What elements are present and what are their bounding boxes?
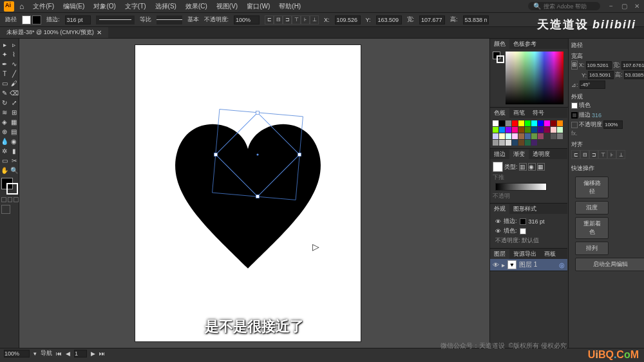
ap-fill-row[interactable]: 👁 填色: [493, 226, 565, 236]
minimize-icon[interactable]: − [608, 3, 614, 10]
align-top-icon[interactable]: ⊤ [292, 15, 301, 24]
canvas[interactable]: ▷ 是不是很接近了 [19, 39, 489, 348]
stroke-weight-link[interactable]: 316 [592, 112, 601, 119]
slice-tool[interactable]: ✂ [10, 156, 19, 166]
al2[interactable]: ⊟ [580, 150, 589, 159]
layer-row[interactable]: 👁 ▸ 图层 1 ◎ [490, 259, 567, 271]
rectangle-tool[interactable]: ▭ [0, 79, 10, 88]
document-tab[interactable]: 未标题-38* @ 100% (CMYK/预览) ✕ [0, 27, 108, 38]
selected-diamond[interactable] [216, 113, 299, 196]
home-icon[interactable]: ⌂ [19, 2, 24, 11]
eraser-tool[interactable]: ⌫ [10, 88, 19, 98]
shape-builder-tool[interactable]: ◈ [0, 117, 10, 127]
x-input[interactable] [335, 15, 361, 24]
qa-recolor[interactable]: 重新着色 [575, 217, 609, 239]
artboard-nav-last[interactable]: ⏭ [99, 350, 105, 357]
fill-stroke-control[interactable] [1, 178, 18, 195]
artboard-nav-first[interactable]: ⏮ [56, 350, 62, 357]
layer-name[interactable]: 图层 1 [519, 260, 537, 269]
eye-icon[interactable]: 👁 [495, 218, 501, 225]
layer-target-icon[interactable]: ◎ [559, 262, 565, 269]
ap-stroke-sw[interactable] [520, 218, 526, 225]
w-input[interactable] [419, 15, 445, 24]
tab-color[interactable]: 颜色 [490, 39, 509, 49]
stroke-weight-input[interactable] [65, 15, 91, 24]
perspective-tool[interactable]: ▦ [10, 117, 19, 127]
color-spectrum[interactable] [506, 52, 564, 104]
tab-artboards[interactable]: 画板 [540, 249, 560, 259]
angle-input[interactable] [580, 81, 605, 89]
al1[interactable]: ⊏ [571, 150, 580, 159]
menu-type[interactable]: 文字(T) [121, 1, 150, 12]
align-bottom-icon[interactable]: ⊥ [310, 15, 319, 24]
align-center-icon[interactable]: ⊟ [274, 15, 283, 24]
grad-radial-icon[interactable]: ◉ [528, 163, 536, 171]
op-input2[interactable] [603, 120, 623, 129]
magic-wand-tool[interactable]: ✦ [0, 50, 10, 59]
qa-offset[interactable]: 偏移路径 [575, 176, 609, 198]
qa-global[interactable]: 启动全局编辑 [575, 258, 644, 271]
align-left-icon[interactable]: ⊏ [265, 15, 274, 24]
free-transform-tool[interactable]: ⊞ [10, 108, 19, 117]
tab-symbols[interactable]: 符号 [529, 108, 548, 118]
align-right-icon[interactable]: ⊐ [283, 15, 292, 24]
menu-file[interactable]: 文件(F) [29, 1, 58, 12]
h-input[interactable] [463, 15, 489, 24]
stroke-profile[interactable] [96, 15, 135, 24]
menu-select[interactable]: 选择(S) [151, 1, 180, 12]
menu-search[interactable]: 🔍 [528, 2, 600, 10]
al6[interactable]: ⊥ [616, 150, 625, 159]
width-tool[interactable]: ≋ [0, 108, 10, 117]
menu-view[interactable]: 视图(V) [213, 1, 242, 12]
tab-appearance[interactable]: 外观 [490, 204, 509, 214]
ap-stroke-row[interactable]: 👁 描边: 316 pt [493, 216, 565, 226]
swatch-grid[interactable] [490, 118, 567, 148]
stroke-swatch-mini[interactable] [571, 112, 578, 119]
tab-graphic-styles[interactable]: 图形样式 [509, 204, 540, 214]
eyedropper-tool[interactable]: 💧 [0, 137, 10, 146]
zoom-input[interactable] [4, 350, 30, 357]
menu-help[interactable]: 帮助(H) [275, 1, 305, 12]
tx-input[interactable] [586, 61, 612, 70]
al4[interactable]: ⊤ [598, 150, 607, 159]
close-icon[interactable]: ✕ [634, 3, 640, 10]
artboard-nav-next[interactable]: ▶ [91, 350, 95, 357]
type-tool[interactable]: T [0, 69, 10, 79]
tab-color-guide[interactable]: 色板参考 [509, 39, 540, 49]
search-input[interactable] [544, 3, 595, 10]
stroke-swatch[interactable] [32, 15, 41, 24]
al5[interactable]: ⊦ [607, 150, 616, 159]
mesh-tool[interactable]: ⊕ [0, 127, 10, 137]
ty-input[interactable] [588, 71, 614, 79]
tab-close-icon[interactable]: ✕ [97, 29, 102, 36]
fill-swatch-mini[interactable] [571, 102, 578, 109]
grad-linear-icon[interactable]: ▥ [519, 163, 527, 171]
chevron-down-icon[interactable]: ▾ [33, 350, 37, 357]
selection-tool[interactable]: ▸ [0, 40, 10, 50]
screen-mode[interactable] [1, 205, 10, 214]
menu-effect[interactable]: 效果(C) [182, 1, 211, 12]
fill-swatch[interactable] [22, 15, 31, 24]
artboard-nav-prev[interactable]: ◀ [66, 350, 70, 357]
artboard-index[interactable] [74, 350, 87, 357]
tab-stroke[interactable]: 描边 [490, 149, 509, 159]
opacity-input[interactable] [234, 15, 260, 24]
maximize-icon[interactable]: ▢ [621, 3, 627, 10]
zoom-tool[interactable]: 🔍 [10, 166, 19, 175]
eye-icon2[interactable]: 👁 [495, 228, 501, 234]
rotate-tool[interactable]: ↻ [0, 98, 10, 108]
ap-opacity-row[interactable]: 不透明度: 默认值 [493, 236, 565, 245]
tab-asset-export[interactable]: 资源导出 [509, 249, 540, 259]
align-middle-icon[interactable]: ⊦ [301, 15, 310, 24]
qa-arrange[interactable]: 排列 [575, 242, 609, 255]
al3[interactable]: ⊐ [589, 150, 598, 159]
symbol-sprayer-tool[interactable]: ✲ [0, 146, 10, 156]
qa-expand[interactable]: 混度 [575, 201, 609, 214]
curvature-tool[interactable]: ∿ [10, 59, 19, 69]
artboard[interactable]: ▷ [135, 45, 361, 341]
tab-layers[interactable]: 图层 [490, 249, 509, 259]
draw-modes[interactable] [0, 197, 19, 202]
direct-selection-tool[interactable]: ▹ [10, 40, 19, 50]
th-input[interactable] [624, 71, 644, 79]
tab-brushes[interactable]: 画笔 [509, 108, 529, 118]
